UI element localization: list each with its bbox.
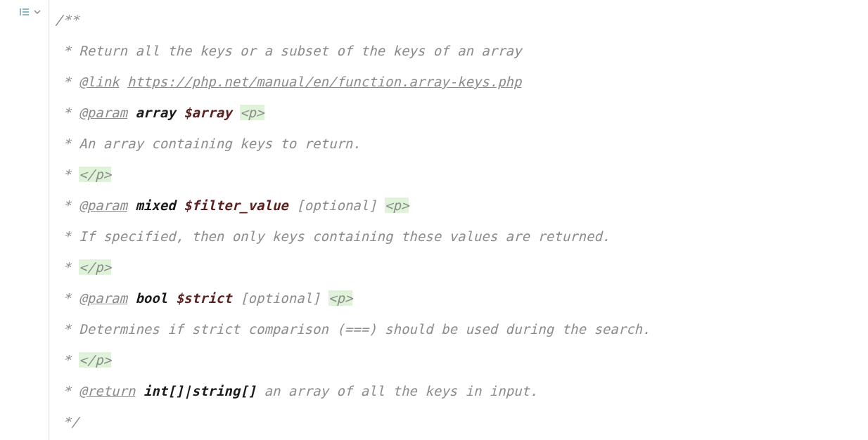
reader-mode-toggle[interactable] — [19, 6, 42, 18]
param-strict-line: * @param bool $strict [optional] <p> — [55, 283, 651, 313]
param-name: $array — [184, 105, 232, 120]
return-line: * @return int[]|string[] an array of all… — [55, 375, 651, 406]
param-tag: @param — [79, 105, 127, 120]
return-desc: an array of all the keys in input. — [264, 383, 537, 399]
param-type: bool — [135, 290, 167, 306]
param-type: mixed — [135, 198, 175, 213]
return-type: int[]|string[] — [143, 383, 256, 399]
render-docs-icon — [19, 6, 32, 18]
chevron-down-icon — [33, 8, 42, 16]
doc-open: /** — [55, 4, 651, 35]
param-tag: @param — [79, 290, 127, 306]
p-close-tag: </p> — [79, 259, 111, 275]
p-close-tag: </p> — [79, 352, 111, 368]
p-open-tag: <p> — [385, 198, 409, 213]
doc-summary: Return all the keys or a subset of the k… — [79, 43, 521, 58]
param-type: array — [135, 105, 175, 120]
param-filter-desc: * If specified, then only keys containin… — [55, 221, 651, 252]
param-name: $filter_value — [184, 198, 288, 213]
param-filter-line: * @param mixed $filter_value [optional] … — [55, 190, 651, 221]
param-array-desc: * An array containing keys to return. — [55, 128, 651, 159]
doc-close: */ — [55, 406, 651, 437]
doc-url[interactable]: https://php.net/manual/en/function.array… — [127, 74, 522, 89]
return-tag: @return — [79, 383, 135, 399]
optional-marker: [optional] — [296, 198, 376, 213]
p-close-line: * </p> — [55, 344, 651, 375]
p-close-tag: </p> — [79, 167, 111, 182]
p-open-tag: <p> — [328, 290, 352, 306]
optional-marker: [optional] — [240, 290, 320, 306]
link-tag: @link — [79, 74, 119, 89]
p-open-tag: <p> — [240, 105, 264, 120]
param-strict-desc: * Determines if strict comparison (===) … — [55, 313, 651, 344]
doc-link-line: * @link https://php.net/manual/en/functi… — [55, 66, 651, 97]
p-close-line: * </p> — [55, 252, 651, 283]
editor-gutter — [0, 0, 49, 440]
doc-summary-line: * Return all the keys or a subset of the… — [55, 35, 651, 66]
param-name: $strict — [176, 290, 232, 306]
param-array-line: * @param array $array <p> — [55, 97, 651, 128]
docblock-region[interactable]: /** * Return all the keys or a subset of… — [49, 0, 651, 440]
p-close-line: * </p> — [55, 159, 651, 190]
param-tag: @param — [79, 198, 127, 213]
